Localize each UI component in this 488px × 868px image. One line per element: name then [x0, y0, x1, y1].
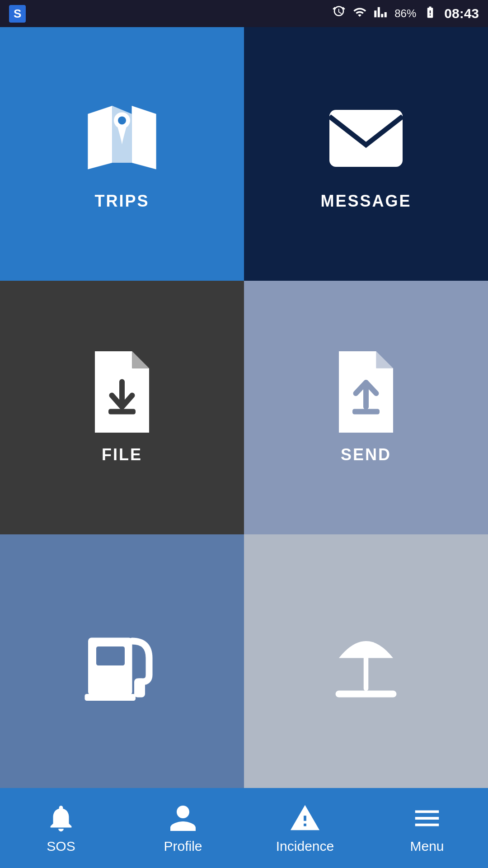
- fuel-icon: [81, 621, 163, 702]
- profile-person-icon: [167, 802, 199, 834]
- svg-rect-6: [96, 646, 125, 665]
- message-label: MESSAGE: [320, 192, 411, 211]
- sos-label: SOS: [47, 839, 75, 854]
- profile-label: Profile: [164, 839, 202, 854]
- alarm-icon: [332, 5, 346, 22]
- sos-bell-icon: [45, 802, 77, 834]
- file-download-icon: [81, 351, 163, 433]
- incidence-label: Incidence: [276, 839, 334, 854]
- main-grid: TRIPS MESSAGE FILE: [0, 27, 488, 788]
- message-tile[interactable]: MESSAGE: [244, 27, 488, 281]
- svg-point-1: [118, 116, 126, 124]
- app-logo: S: [9, 5, 26, 23]
- file-tile[interactable]: FILE: [0, 281, 244, 534]
- holiday-icon: [325, 621, 407, 702]
- nav-item-incidence[interactable]: Incidence: [244, 802, 366, 854]
- menu-label: Menu: [410, 839, 444, 854]
- nav-item-profile[interactable]: Profile: [122, 802, 244, 854]
- battery-level: 86%: [394, 7, 416, 20]
- send-label: SEND: [341, 445, 391, 464]
- signal-icon: [374, 5, 387, 22]
- status-bar: S 86% 08:43: [0, 0, 488, 27]
- menu-hamburger-icon: [411, 802, 443, 834]
- send-tile[interactable]: SEND: [244, 281, 488, 534]
- svg-rect-3: [108, 409, 136, 414]
- status-time: 08:43: [444, 6, 479, 21]
- svg-rect-7: [85, 694, 136, 701]
- file-upload-icon: [325, 351, 407, 433]
- trips-label: TRIPS: [94, 192, 149, 211]
- svg-rect-11: [336, 690, 397, 697]
- incidence-warning-icon: [289, 802, 321, 834]
- message-icon: [325, 98, 407, 179]
- status-bar-right: 86% 08:43: [332, 5, 479, 22]
- nav-item-menu[interactable]: Menu: [366, 802, 488, 854]
- svg-rect-5: [88, 637, 132, 695]
- wifi-icon: [353, 5, 366, 22]
- svg-rect-4: [352, 409, 380, 414]
- file-label: FILE: [102, 445, 142, 464]
- fuel-tile[interactable]: [0, 534, 244, 788]
- svg-rect-8: [134, 678, 145, 697]
- bottom-nav: SOS Profile Incidence Menu: [0, 788, 488, 868]
- nav-item-sos[interactable]: SOS: [0, 802, 122, 854]
- trips-icon: [81, 98, 163, 179]
- battery-icon: [423, 5, 437, 22]
- trips-tile[interactable]: TRIPS: [0, 27, 244, 281]
- holiday-tile[interactable]: [244, 534, 488, 788]
- svg-rect-2: [329, 110, 403, 167]
